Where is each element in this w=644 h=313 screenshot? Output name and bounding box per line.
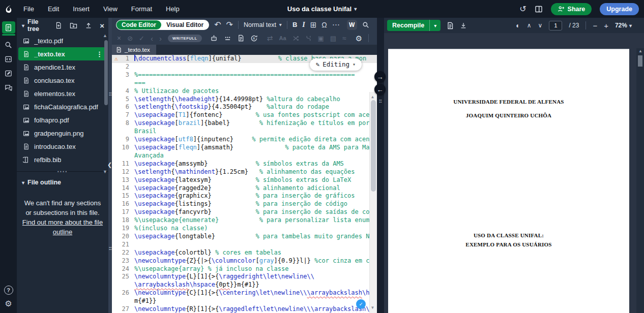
- search-icon[interactable]: [362, 21, 369, 28]
- file-outline-link[interactable]: Find out more about the file outline: [17, 217, 108, 237]
- code-line[interactable]: 12\setlength{\mathindent}{1.25cm} % alin…: [112, 168, 377, 176]
- accept-icon[interactable]: ✓: [139, 35, 144, 42]
- pdf-scrollbar-thumb[interactable]: [638, 55, 642, 67]
- rail-symbol-palette-button[interactable]: [2, 53, 15, 65]
- code-line[interactable]: 21: [112, 241, 377, 249]
- code-line[interactable]: 19%(incluso na classe): [112, 225, 377, 233]
- file-outline-collapse-icon[interactable]: ▾: [22, 180, 24, 185]
- bold-button[interactable]: B: [292, 21, 297, 28]
- code-line[interactable]: 22\usepackage{colortbl} % cores em tabel…: [112, 249, 377, 257]
- editor-scrollbar[interactable]: ▲ ▼: [369, 92, 377, 313]
- overleaf-logo-icon[interactable]: [0, 4, 17, 14]
- file-tree-item[interactable]: gradpenguin.png: [17, 127, 108, 140]
- menu-file[interactable]: File: [23, 5, 34, 13]
- upgrade-button[interactable]: Upgrade: [600, 3, 639, 15]
- close-panel-icon[interactable]: ×: [100, 22, 104, 29]
- code-line[interactable]: ===: [112, 79, 377, 87]
- file-list-scrollbar[interactable]: [104, 40, 108, 105]
- redo-icon[interactable]: ↷: [226, 21, 233, 29]
- code-line[interactable]: 4% Utilizacao de pacotes: [112, 87, 377, 96]
- next-suggestion-icon[interactable]: ›: [159, 35, 162, 42]
- menu-format[interactable]: Format: [131, 5, 152, 13]
- code-line[interactable]: m{#1}}: [112, 297, 377, 305]
- code-line[interactable]: 18%\usepackage{enumerate} % para persona…: [112, 216, 377, 225]
- rail-editor-button[interactable]: [2, 21, 15, 34]
- upload-icon[interactable]: [85, 22, 92, 29]
- recompile-options-icon[interactable]: ▾: [429, 20, 441, 31]
- page-number-input[interactable]: 1: [549, 21, 562, 30]
- history-icon[interactable]: ↺: [519, 5, 526, 13]
- settings-gear-icon[interactable]: ⚙: [5, 300, 12, 308]
- menu-edit[interactable]: Edit: [48, 5, 59, 13]
- file-tree-item[interactable]: _texto.pdf: [17, 34, 108, 47]
- branch-icon[interactable]: [305, 35, 312, 42]
- clipboard-icon[interactable]: ▣: [318, 35, 324, 42]
- rail-search-button[interactable]: [2, 39, 15, 51]
- menu-view[interactable]: View: [103, 5, 118, 13]
- file-tree-item[interactable]: elementos.tex: [17, 87, 108, 100]
- synonym-icon[interactable]: ≈: [342, 35, 346, 42]
- next-page-icon[interactable]: ∨: [538, 22, 543, 28]
- more-options-icon[interactable]: ⋯: [332, 21, 340, 28]
- italic-button[interactable]: I: [302, 21, 305, 29]
- code-line[interactable]: 26\newcolumntype{C}[1]{>{\centering\let\…: [112, 289, 377, 297]
- compile-logs-icon[interactable]: [447, 22, 454, 29]
- block-icon[interactable]: ⊘: [127, 35, 133, 42]
- scroll-up-icon[interactable]: ▲: [638, 49, 642, 53]
- code-line[interactable]: 20\usepackage{longtable} % para tambelas…: [112, 233, 377, 241]
- code-line[interactable]: 9\usepackage[utf8]{inputenc} % permite e…: [112, 136, 377, 144]
- file-list-scroll-up-icon[interactable]: ▲: [103, 33, 107, 38]
- previous-page-icon[interactable]: ∧: [527, 22, 532, 28]
- panel-resizer-right[interactable]: → ← ••••: [377, 18, 384, 313]
- cross-arrows-icon[interactable]: [292, 35, 299, 42]
- code-line[interactable]: 10\usepackage[fleqn]{amsmath} % pacote d…: [112, 144, 377, 152]
- file-menu-kebab-icon[interactable]: ⋮: [96, 50, 103, 58]
- code-line[interactable]: 7\usepackage[T1]{fontenc} % usa fontes p…: [112, 111, 377, 119]
- code-line[interactable]: Brasil: [112, 128, 377, 136]
- project-title[interactable]: Uso da classe Unifal ▾: [287, 5, 357, 13]
- pdf-scrollbar[interactable]: ▲: [636, 48, 644, 313]
- document-icon[interactable]: ▤: [330, 35, 336, 42]
- code-line[interactable]: 14\usepackage{ragged2e} % alinhamento ad…: [112, 184, 377, 193]
- code-line[interactable]: 27\newcolumntype{R}[1]{>{\raggedleft\let…: [112, 305, 377, 313]
- file-tree-item[interactable]: apendice1.tex: [17, 60, 108, 74]
- code-line[interactable]: 3%======================================…: [112, 71, 377, 79]
- zoom-in-icon[interactable]: +: [604, 22, 608, 29]
- file-tree-item[interactable]: refbib.bib: [17, 153, 108, 166]
- code-line[interactable]: 15\usepackage{graphicx} % para inserção …: [112, 192, 377, 200]
- tab-texto-tex[interactable]: _texto.tex: [112, 45, 156, 55]
- code-line[interactable]: 25\newcolumntype{L}[1]{>{\raggedright\le…: [112, 273, 377, 281]
- code-line[interactable]: 11\usepackage{amssymb} % símbolos extras…: [112, 160, 377, 168]
- code-line[interactable]: 23\newcolumntype{Z}{|>{\columncolor[gray…: [112, 257, 377, 265]
- share-button[interactable]: Share: [551, 3, 592, 15]
- writefull-settings-gear-icon[interactable]: ⚙: [356, 35, 362, 42]
- paragraph-style-dropdown[interactable]: Normal text ▾: [244, 21, 282, 28]
- menu-help[interactable]: Help: [166, 5, 180, 13]
- editor-scrollbar-thumb[interactable]: [371, 100, 376, 192]
- warning-icon[interactable]: ⚠: [114, 55, 118, 63]
- file-tree-collapse-icon[interactable]: ▾: [22, 23, 24, 28]
- pdf-viewer[interactable]: UNIVERSIDADE FEDERAL DE ALFENAS JOAQUIM …: [384, 33, 644, 313]
- writefull-w-icon[interactable]: W: [347, 20, 357, 30]
- code-line[interactable]: 6\setlength{\footskip}{4.35004pt} %altur…: [112, 103, 377, 111]
- reject-icon[interactable]: ×: [117, 35, 121, 42]
- menu-insert[interactable]: Insert: [73, 5, 90, 13]
- file-tree-item[interactable]: fichaCatalografica.pdf: [17, 100, 108, 113]
- insert-table-icon[interactable]: ⊞: [310, 21, 317, 28]
- translate-icon[interactable]: Aa: [279, 36, 286, 41]
- code-editor[interactable]: ⚠1\documentclass[fleqn]{unifal} % classe…: [112, 55, 377, 313]
- suggestions-icon[interactable]: [224, 35, 231, 42]
- help-icon[interactable]: ?: [4, 286, 13, 295]
- code-line[interactable]: 24%\usepackage{array} % já incluso na cl…: [112, 265, 377, 273]
- collapse-left-icon[interactable]: ❮: [107, 162, 112, 168]
- code-line[interactable]: Avançada: [112, 152, 377, 160]
- insert-symbol-icon[interactable]: Ω: [321, 21, 327, 28]
- expand-left-icon[interactable]: ←: [374, 84, 386, 95]
- new-folder-icon[interactable]: [70, 22, 77, 29]
- file-tree-item-selected[interactable]: _texto.tex ⋮: [18, 47, 107, 60]
- panel-resizer-left[interactable]: •••• ❮ ••••: [108, 18, 112, 313]
- paraphrase-icon[interactable]: ⇄: [267, 35, 273, 42]
- layout-icon[interactable]: [535, 5, 543, 13]
- contrast-icon[interactable]: ◐: [516, 22, 520, 29]
- undo-icon[interactable]: ↶: [214, 21, 221, 29]
